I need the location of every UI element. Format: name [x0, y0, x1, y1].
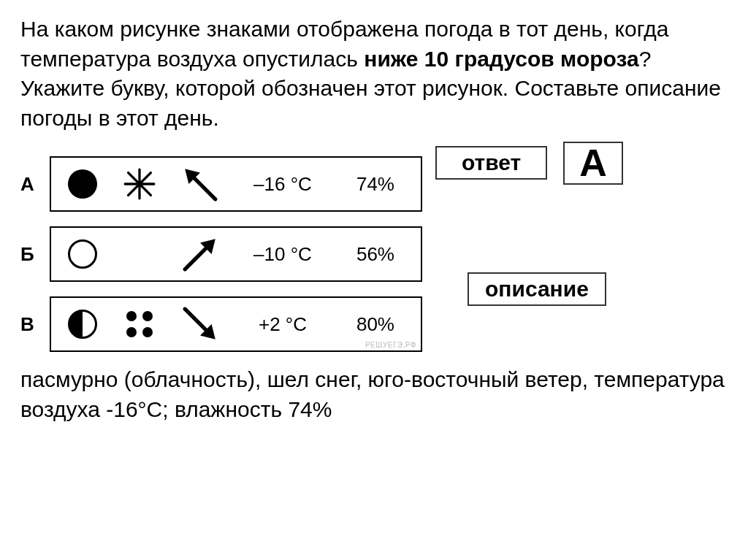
- answer-value: А: [563, 142, 623, 185]
- rain-icon: [121, 306, 158, 342]
- options-column: А –16 °C 74% Б: [20, 142, 422, 352]
- option-letter: В: [20, 313, 50, 336]
- option-row-a: А –16 °C 74%: [20, 156, 422, 212]
- temperature-value: –10 °C: [243, 243, 323, 266]
- option-row-v: В +2 °C 80% РЕШУЕГЭ.РФ: [20, 296, 422, 352]
- svg-line-5: [193, 177, 215, 199]
- option-letter: Б: [20, 243, 50, 266]
- wind-arrow-upright-icon: [178, 236, 222, 272]
- svg-line-9: [185, 309, 207, 331]
- right-column: ответ А описание: [422, 142, 728, 306]
- snow-icon: [121, 166, 158, 202]
- humidity-value: 56%: [343, 243, 394, 266]
- wind-arrow-upleft-icon: [178, 166, 222, 202]
- answer-label: ответ: [435, 146, 547, 180]
- watermark: РЕШУЕГЭ.РФ: [365, 341, 416, 349]
- wind-arrow-downright-icon: [178, 306, 222, 342]
- option-box: +2 °C 80% РЕШУЕГЭ.РФ: [50, 296, 422, 352]
- option-row-b: Б –10 °C 56%: [20, 226, 422, 282]
- overcast-icon: [64, 166, 101, 202]
- option-box: –10 °C 56%: [50, 226, 422, 282]
- partly-cloudy-icon: [64, 306, 101, 342]
- no-precip-icon: [121, 236, 158, 272]
- description-label: описание: [468, 272, 606, 306]
- humidity-value: 74%: [343, 173, 394, 196]
- clear-icon: [64, 236, 101, 272]
- humidity-value: 80%: [343, 313, 394, 336]
- option-box: –16 °C 74%: [50, 156, 422, 212]
- description-text: пасмурно (облачность), шел снег, юго-вос…: [20, 365, 728, 424]
- option-letter: А: [20, 173, 50, 196]
- svg-line-7: [185, 247, 207, 269]
- question-bold: ниже 10 градусов мороза: [364, 47, 638, 71]
- temperature-value: –16 °C: [243, 173, 323, 196]
- temperature-value: +2 °C: [243, 313, 323, 336]
- question-text: На каком рисунке знаками отображена пого…: [20, 15, 728, 133]
